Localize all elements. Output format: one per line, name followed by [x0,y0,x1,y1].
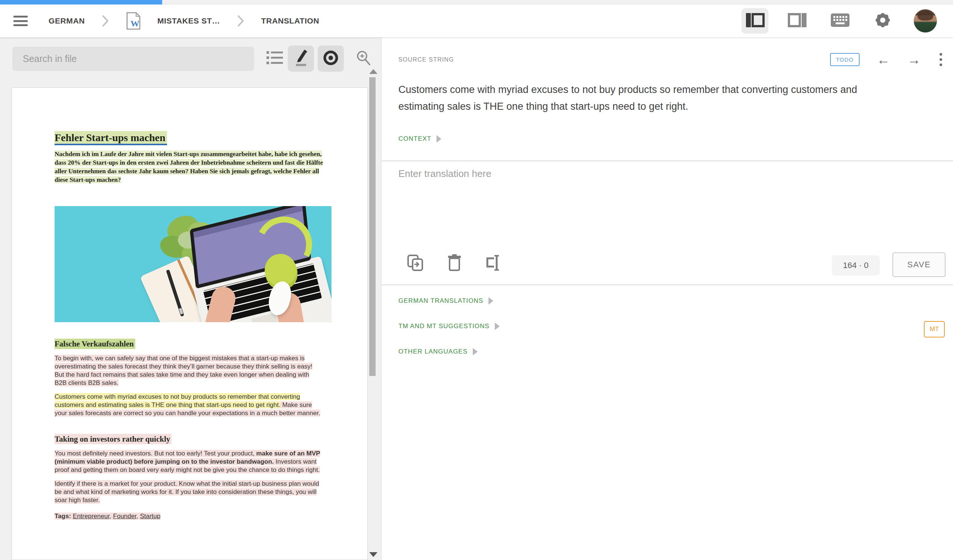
comfortable-view-button[interactable] [784,8,811,34]
tag-link[interactable]: Startup [140,513,160,520]
doc-intro-paragraph[interactable]: Nachdem ich im Laufe der Jahre mit viele… [54,150,332,184]
section-label: TM AND MT SUGGESTIONS [398,323,490,330]
expand-arrow-icon [489,297,493,305]
tag-link[interactable]: Founder [113,513,137,520]
divider [382,285,953,285]
divider [382,161,953,161]
settings-button[interactable] [869,8,896,34]
layout-right-panel-icon [788,12,807,29]
strings-list-button[interactable] [262,46,288,72]
edit-mode-button[interactable] [288,46,314,72]
doc-title[interactable]: Fehler Start-ups machen [54,132,332,144]
translation-input[interactable] [398,168,929,254]
breadcrumb-file[interactable]: MISTAKES ST… [157,16,220,25]
chevron-right-icon [237,15,245,27]
scroll-down-arrow[interactable] [369,552,377,557]
zoom-in-icon [355,50,372,68]
trash-icon [447,254,462,273]
source-string-label: SOURCE STRING [398,56,454,63]
keyboard-shortcuts-button[interactable] [827,8,854,34]
side-by-side-view-button[interactable] [742,8,768,34]
clear-translation-button[interactable] [445,254,464,273]
gear-icon [874,12,891,30]
breadcrumb: GERMAN W MISTAKES ST… TRANSLATION [48,12,319,30]
tm-mt-suggestions-toggle[interactable]: TM AND MT SUGGESTIONS [398,323,500,330]
search-input[interactable] [12,47,254,71]
svg-text:W: W [130,19,140,28]
section-label: OTHER LANGUAGES [398,348,467,356]
file-preview-panel: Fehler Start-ups machen Nachdem ich im L… [0,37,381,560]
doc-paragraph[interactable]: You most definitely need investors. But … [54,450,321,474]
breadcrumb-language[interactable]: GERMAN [48,16,85,25]
doc-tags-line: Tags: Entrepreneur, Founder, Startup [54,513,332,520]
app-bar: GERMAN W MISTAKES ST… TRANSLATION [0,5,953,37]
layout-left-panel-icon [745,12,765,29]
doc-paragraph[interactable]: To begin with, we can safely say that on… [54,354,321,387]
german-translations-toggle[interactable]: GERMAN TRANSLATIONS [398,297,493,305]
save-button[interactable]: SAVE [892,252,945,277]
source-string-text: Customers come with myriad excuses to no… [398,81,901,115]
avatar [914,9,937,32]
section-label: GERMAN TRANSLATIONS [398,297,483,305]
text-cursor-icon [484,254,502,273]
copy-source-icon [407,254,425,273]
doc-paragraph[interactable]: Customers come with myriad excuses to no… [54,393,321,418]
document-scrollbar[interactable] [368,69,377,560]
context-toggle[interactable]: CONTEXT [398,135,441,142]
breadcrumb-mode: TRANSLATION [261,16,320,25]
copy-source-button[interactable] [406,254,425,273]
tag-link[interactable]: Entrepreneur [73,513,110,520]
previous-string-button[interactable]: ← [877,53,890,67]
top-strip [0,0,953,5]
expand-arrow-icon [495,323,500,330]
chevron-right-icon [101,15,110,27]
list-icon [266,50,283,67]
article-photo [54,206,332,322]
mt-badge: MT [924,321,945,337]
scroll-up-arrow[interactable] [369,69,377,74]
eye-icon [323,50,339,68]
word-document-icon: W [126,12,141,30]
doc-paragraph[interactable]: Identify if there is a market for your p… [54,480,321,504]
insert-special-character-button[interactable] [484,254,503,273]
translation-panel: SOURCE STRING TODO ← → Customers come wi… [381,37,953,560]
keyboard-icon [830,13,850,29]
expand-arrow-icon [436,135,441,142]
context-label: CONTEXT [398,135,431,142]
zoom-in-button[interactable] [351,46,377,72]
document-preview[interactable]: Fehler Start-ups machen Nachdem ich im L… [12,87,368,560]
character-counter: 164 · 0 [832,255,880,275]
other-languages-toggle[interactable]: OTHER LANGUAGES [398,348,478,356]
hamburger-menu-icon[interactable] [14,15,28,26]
more-options-button[interactable] [938,51,944,68]
pencil-icon [293,49,308,68]
doc-section-heading[interactable]: Falsche Verkaufszahlen [54,339,332,349]
status-badge: TODO [830,53,860,66]
upload-progress-bar [0,0,162,5]
expand-arrow-icon [473,348,478,356]
next-string-button[interactable]: → [907,53,921,67]
tags-label: Tags: [54,513,71,520]
user-avatar[interactable] [912,8,939,34]
doc-section-heading[interactable]: Taking on investors rather quickly [54,435,332,444]
scrollbar-thumb[interactable] [369,77,376,376]
preview-highlight-button[interactable] [318,46,344,72]
